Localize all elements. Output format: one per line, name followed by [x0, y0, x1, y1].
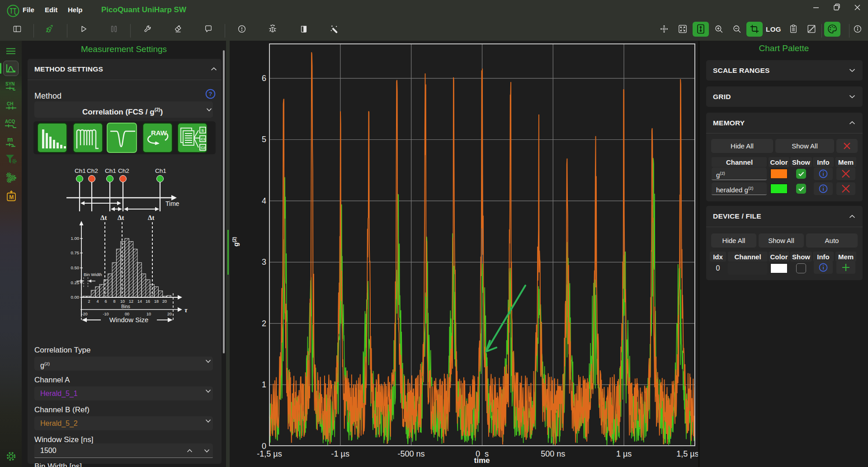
svg-text:SYN: SYN	[5, 81, 15, 86]
svg-text:Window Size: Window Size	[109, 316, 149, 324]
svg-text:τ: τ	[184, 306, 188, 314]
svg-text:14: 14	[137, 299, 142, 304]
svg-text:?: ?	[209, 91, 212, 97]
svg-text:Ch2: Ch2	[87, 167, 98, 174]
svg-text:2: 2	[88, 299, 90, 304]
svg-text:C2: C2	[201, 146, 206, 150]
svg-text:S: S	[202, 129, 204, 133]
svg-text:C1: C1	[201, 137, 206, 141]
svg-text:Ch1: Ch1	[105, 167, 116, 174]
svg-text:2: 2	[262, 319, 266, 328]
svg-text:-1 µs: -1 µs	[331, 449, 349, 458]
svg-text:1.00: 1.00	[71, 236, 80, 241]
svg-text:Ch1: Ch1	[75, 167, 86, 174]
svg-text:-20: -20	[81, 312, 87, 316]
svg-text:500 ns: 500 ns	[541, 449, 565, 458]
svg-text:time: time	[474, 456, 490, 465]
svg-text:m: m	[7, 136, 13, 143]
svg-text:CH: CH	[7, 101, 13, 106]
svg-text:RAW: RAW	[151, 129, 167, 137]
svg-text:1 µs: 1 µs	[616, 449, 632, 458]
svg-text:5: 5	[262, 135, 266, 144]
svg-text:Δt: Δt	[148, 214, 154, 221]
svg-text:Ch1: Ch1	[155, 167, 166, 174]
svg-text:-10: -10	[103, 312, 108, 316]
svg-text:Bins: Bins	[121, 304, 130, 309]
svg-text:M: M	[9, 194, 14, 200]
svg-text:6: 6	[262, 74, 266, 83]
svg-text:Δt: Δt	[100, 214, 107, 221]
svg-text:3: 3	[262, 257, 266, 267]
svg-text:0.75: 0.75	[71, 250, 80, 255]
svg-text:18: 18	[154, 299, 159, 304]
svg-text:0.50: 0.50	[71, 265, 80, 270]
svg-text:12: 12	[129, 299, 133, 304]
svg-text:Bin Width: Bin Width	[84, 272, 102, 277]
svg-text:0.00: 0.00	[71, 295, 80, 300]
svg-text:4: 4	[262, 196, 266, 205]
svg-text:-1,5 µs: -1,5 µs	[257, 449, 282, 458]
svg-text:6: 6	[104, 299, 107, 304]
svg-text:-500 ns: -500 ns	[398, 449, 425, 458]
svg-text:g(2): g(2)	[232, 237, 240, 246]
svg-text:Ch2: Ch2	[118, 167, 129, 174]
svg-text:10: 10	[120, 299, 125, 304]
svg-text:16: 16	[146, 299, 150, 304]
svg-text:1,5 µs: 1,5 µs	[676, 449, 698, 458]
svg-text:Time: Time	[165, 200, 179, 207]
svg-text:4: 4	[96, 299, 99, 304]
svg-text:1: 1	[262, 380, 266, 389]
svg-text:Δt: Δt	[118, 214, 124, 221]
svg-text:8: 8	[113, 299, 115, 304]
svg-text:20: 20	[162, 299, 167, 304]
svg-text:ACQ: ACQ	[5, 119, 15, 124]
svg-text:20: 20	[167, 312, 172, 316]
